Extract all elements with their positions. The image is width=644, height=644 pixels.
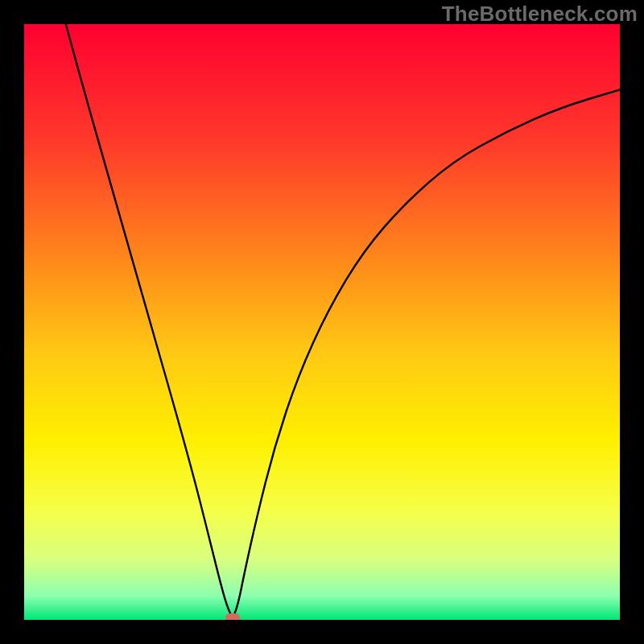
chart-frame: TheBottleneck.com	[0, 0, 644, 644]
watermark-text: TheBottleneck.com	[442, 2, 638, 27]
minimum-marker	[225, 613, 240, 620]
chart-plot	[24, 24, 620, 620]
